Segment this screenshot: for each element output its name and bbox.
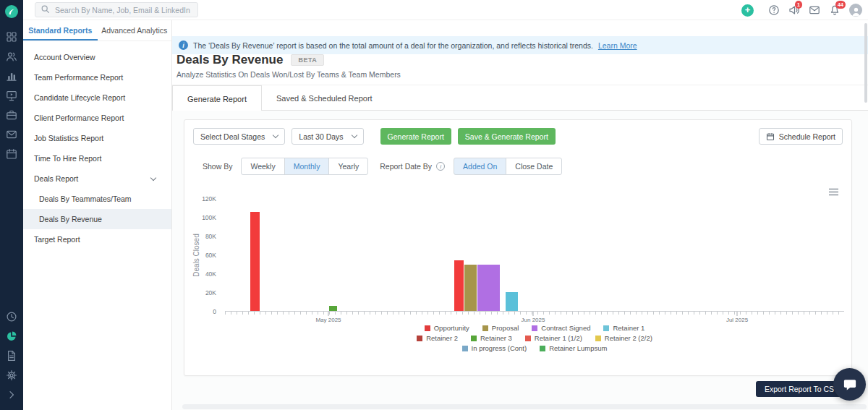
segment-option-yearly[interactable]: Yearly [328,158,368,175]
presentation-icon[interactable] [6,90,17,101]
x-axis-major-tick [737,312,738,316]
sidebar-item-time-to-hire-report[interactable]: Time To Hire Report [23,148,171,168]
report-card: Select Deal Stages Last 30 Days Generate… [184,119,852,376]
sidebar-item-label: Deals By Revenue [39,215,102,223]
notifications-bell-icon[interactable]: 44 [829,4,841,16]
deal-stages-select[interactable]: Select Deal Stages [193,128,285,145]
chart-bar-opportunity[interactable] [250,212,260,311]
inbox-mail-icon[interactable] [809,4,820,16]
global-search[interactable] [35,2,198,17]
recruiterflow-logo-icon[interactable] [5,5,18,18]
sidebar-item-target-report[interactable]: Target Report [23,229,171,249]
mail-icon[interactable] [6,129,17,140]
legend-label: Retainer 1 [613,324,644,332]
legend-marker [425,325,430,331]
legend-label: Retainer 2 (2/2) [605,334,652,342]
sidebar-item-job-statistics-report[interactable]: Job Statistics Report [23,128,171,148]
legend-label: Contract Signed [541,324,590,332]
report-date-info-icon[interactable]: i [436,162,445,171]
announcements-megaphone-icon[interactable]: 1 [788,4,800,16]
sidebar-item-deals-by-teammates-team[interactable]: Deals By Teammates/Team [23,189,171,209]
schedule-report-button[interactable]: Schedule Report [759,128,843,145]
x-axis-major-tick [533,312,534,316]
info-icon: i [179,40,188,50]
report-tabs: Generate Report Saved & Scheduled Report [172,85,868,111]
search-input[interactable] [54,5,192,15]
legend-item-in-progress-cont[interactable]: In progress (Cont) [462,344,527,352]
chart-bar-proposal[interactable] [464,265,477,311]
chart-bar-contract-signed[interactable] [477,265,500,311]
sidebar-item-deals-by-revenue[interactable]: Deals By Revenue [23,209,171,229]
rail-top-icons [6,27,17,163]
calendar-icon [766,132,775,141]
gear-icon[interactable] [6,370,17,381]
chart-bar-retainer-1-1-2[interactable] [454,260,464,311]
expand-icon[interactable] [6,389,17,401]
date-range-select[interactable]: Last 30 Days [292,128,363,145]
legend-marker [471,336,477,341]
legend-item-retainer-2[interactable]: Retainer 2 [417,334,458,342]
sidebar-item-label: Deals Report [34,174,78,183]
legend-label: Proposal [492,324,519,332]
sidebar-item-client-performance-report[interactable]: Client Performance Report [23,108,171,128]
sidebar-item-deals-report[interactable]: Deals Report [23,168,171,189]
sidebar-item-label: Deals By Teammates/Team [39,195,132,203]
chart-bar-retainer-1[interactable] [506,292,518,311]
segment-option-monthly[interactable]: Monthly [284,158,330,175]
tab-standard-reports[interactable]: Standard Reports [23,20,98,40]
legend-item-proposal[interactable]: Proposal [482,324,519,332]
horizontal-scrollbar[interactable] [182,404,867,409]
generate-report-button[interactable]: Generate Report [380,128,451,145]
chart-export-menu-button[interactable] [827,187,840,199]
segment-option-added-on[interactable]: Added On [454,158,506,175]
segment-option-weekly[interactable]: Weekly [241,158,284,175]
briefcase-icon[interactable] [6,109,17,121]
grid-icon[interactable] [6,31,17,43]
legend-item-retainer-lumpsum[interactable]: Retainer Lumpsum [540,344,607,352]
user-avatar[interactable] [849,4,862,17]
history-icon[interactable] [6,311,17,323]
learn-more-link[interactable]: Learn More [598,41,637,50]
sidebar-item-candidate-lifecycle-report[interactable]: Candidate Lifecycle Report [23,87,171,108]
chevron-down-icon [150,175,156,181]
calendar-icon[interactable] [6,148,17,160]
help-icon[interactable] [768,4,780,16]
report-date-segment: Added OnClose Date [454,158,562,175]
users-icon[interactable] [6,51,17,62]
quick-add-button[interactable]: + [741,4,754,17]
main-content: i The ‘Deals By Revenue’ report is based… [172,20,868,410]
info-banner: i The ‘Deals By Revenue’ report is based… [172,36,868,54]
sidebar-item-label: Time To Hire Report [34,154,101,163]
chat-bubble-icon [843,377,857,392]
legend-item-contract-signed[interactable]: Contract Signed [532,324,590,332]
sidebar-item-label: Account Overview [34,53,95,61]
app-window: + 1 44 Standard Reports Advanced Anal [0,0,868,410]
legend-label: Retainer Lumpsum [549,344,607,352]
segment-option-close-date[interactable]: Close Date [506,158,562,175]
document-icon[interactable] [6,350,17,362]
topbar-actions: + 1 44 [741,0,862,20]
y-tick-label: 20K [205,289,216,296]
tab-advanced-analytics[interactable]: Advanced Analytics [98,20,172,40]
report-date-by-label: Report Date By [380,162,432,171]
rail-bottom-icons [6,307,17,404]
legend-item-retainer-1-1-2[interactable]: Retainer 1 (1/2) [525,334,582,342]
legend-item-retainer-2-2-2[interactable]: Retainer 2 (2/2) [595,334,652,342]
legend-item-retainer-3[interactable]: Retainer 3 [471,334,512,342]
date-range-value: Last 30 Days [299,132,343,141]
legend-item-retainer-1[interactable]: Retainer 1 [603,324,644,332]
tab-saved-scheduled-report[interactable]: Saved & Scheduled Report [262,85,387,111]
legend-marker [540,346,545,351]
chart-bar-retainer-3[interactable] [329,306,337,311]
sidebar-item-account-overview[interactable]: Account Overview [23,47,171,67]
legend-marker [482,325,488,331]
tab-generate-report[interactable]: Generate Report [172,85,262,111]
bar-chart-icon[interactable] [6,70,17,82]
chat-launcher[interactable] [833,368,866,401]
vertical-scrollbar-thumb[interactable] [864,23,867,103]
save-generate-report-button[interactable]: Save & Generate Report [458,128,556,145]
legend-item-opportunity[interactable]: Opportunity [425,324,469,332]
pie-chart-icon[interactable] [6,330,17,342]
legend-marker [525,336,531,341]
sidebar-item-team-performance-report[interactable]: Team Performance Report [23,67,171,87]
